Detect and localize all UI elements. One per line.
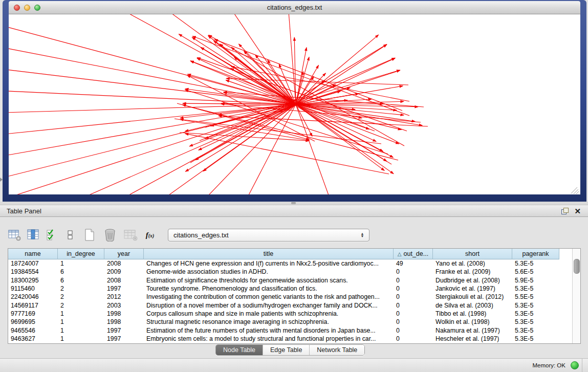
- cell-name[interactable]: 22420046: [8, 293, 58, 301]
- cell-title[interactable]: Estimation of the future numbers of pati…: [144, 326, 394, 334]
- cell-pagerank[interactable]: 5.3E-5: [512, 285, 559, 293]
- cell-short[interactable]: Franke et al. (2009): [433, 268, 512, 276]
- cell-title[interactable]: Disruption of a novel member of a sodium…: [144, 301, 394, 309]
- cell-short[interactable]: Wolkin et al. (1998): [433, 318, 512, 326]
- table-selector-dropdown[interactable]: citations_edges.txt ▲▼: [168, 229, 369, 242]
- cell-in_degree[interactable]: 1: [58, 318, 104, 326]
- cell-title[interactable]: Investigating the contribution of common…: [144, 293, 394, 301]
- table-settings-button[interactable]: [7, 227, 23, 243]
- cell-out_degree[interactable]: 0: [394, 326, 433, 334]
- network-svg[interactable]: [9, 14, 580, 194]
- panel-collapse-arrow[interactable]: [0, 178, 3, 182]
- cell-short[interactable]: de Silva et al. (2003): [433, 301, 512, 309]
- cell-name[interactable]: 9777169: [8, 310, 58, 318]
- cell-out_degree[interactable]: 0: [394, 301, 433, 309]
- cell-out_degree[interactable]: 0: [394, 335, 433, 343]
- cell-pagerank[interactable]: 5.3E-5: [512, 326, 559, 334]
- cell-short[interactable]: Stergiakouli et al. (2012): [433, 293, 512, 301]
- row-height-button[interactable]: [62, 227, 78, 243]
- cell-out_degree[interactable]: 0: [394, 285, 433, 293]
- network-view[interactable]: [9, 14, 580, 194]
- table-row[interactable]: 1938455462009Genome-wide association stu…: [8, 268, 580, 276]
- cell-in_degree[interactable]: 2: [58, 293, 104, 301]
- column-header-name[interactable]: name: [8, 249, 58, 259]
- column-header-pagerank[interactable]: pagerank: [512, 249, 559, 259]
- cell-pagerank[interactable]: 5.3E-5: [512, 335, 559, 343]
- window-titlebar[interactable]: citations_edges.txt: [9, 1, 580, 14]
- cell-out_degree[interactable]: 0: [394, 318, 433, 326]
- tab-network-table[interactable]: Network Table: [310, 345, 364, 355]
- cell-short[interactable]: Nakamura et al. (1997): [433, 326, 512, 334]
- float-window-icon[interactable]: [561, 208, 568, 214]
- cell-pagerank[interactable]: 5.9E-5: [512, 276, 559, 285]
- tab-edge-table[interactable]: Edge Table: [263, 345, 310, 355]
- cell-year[interactable]: 2003: [104, 301, 144, 309]
- tab-node-table[interactable]: Node Table: [216, 345, 263, 355]
- cell-name[interactable]: 14569117: [8, 301, 58, 309]
- cell-name[interactable]: 9465546: [8, 326, 58, 334]
- cell-title[interactable]: Changes of HCN gene expression and I(f) …: [144, 259, 394, 268]
- cell-year[interactable]: 1998: [104, 310, 144, 318]
- cell-out_degree[interactable]: 0: [394, 276, 433, 285]
- trash-button[interactable]: [101, 227, 119, 243]
- table-row[interactable]: 969969511998Structural magnetic resonanc…: [8, 318, 580, 326]
- cell-in_degree[interactable]: 6: [58, 276, 104, 285]
- table-row[interactable]: 2242004622012Investigating the contribut…: [8, 293, 580, 301]
- cell-name[interactable]: 18724007: [8, 259, 58, 268]
- cell-out_degree[interactable]: 0: [394, 268, 433, 276]
- cell-short[interactable]: Hescheler et al. (1997): [433, 335, 512, 343]
- cell-name[interactable]: 18300295: [8, 276, 58, 285]
- checkbox-list-button[interactable]: [44, 227, 59, 243]
- cell-year[interactable]: 2008: [104, 276, 144, 285]
- cell-in_degree[interactable]: 2: [58, 285, 104, 293]
- table-row[interactable]: 977716911998Corpus callosum shape and si…: [8, 310, 580, 318]
- cell-pagerank[interactable]: 5.3E-5: [512, 318, 559, 326]
- column-header-short[interactable]: short: [433, 249, 512, 259]
- cell-year[interactable]: 1998: [104, 318, 144, 326]
- cell-year[interactable]: 1997: [104, 335, 144, 343]
- cell-in_degree[interactable]: 1: [58, 259, 104, 268]
- table-row[interactable]: 911546021997Tourette syndrome. Phenomeno…: [8, 285, 580, 293]
- cell-title[interactable]: Corpus callosum shape and size in male p…: [144, 310, 394, 318]
- cell-name[interactable]: 9115460: [8, 285, 58, 293]
- cell-in_degree[interactable]: 6: [58, 268, 104, 276]
- cell-out_degree[interactable]: 49: [394, 259, 433, 268]
- column-header-year[interactable]: year: [104, 249, 144, 259]
- cell-name[interactable]: 19384554: [8, 268, 58, 276]
- cell-pagerank[interactable]: 5.6E-5: [512, 268, 559, 276]
- table-row[interactable]: 1456911722003Disruption of a novel membe…: [8, 301, 580, 309]
- column-header-out_degree[interactable]: △out_de...: [394, 249, 433, 259]
- close-panel-icon[interactable]: ✕: [574, 208, 581, 214]
- cell-year[interactable]: 2009: [104, 268, 144, 276]
- cell-year[interactable]: 2012: [104, 293, 144, 301]
- cell-short[interactable]: Yano et al. (2008): [433, 259, 512, 268]
- cell-name[interactable]: 9463627: [8, 335, 58, 343]
- cell-out_degree[interactable]: 0: [394, 293, 433, 301]
- cell-short[interactable]: Jankovic et al. (1997): [433, 285, 512, 293]
- cell-short[interactable]: Dudbridge et al. (2008): [433, 276, 512, 285]
- cell-short[interactable]: Tibbo et al. (1998): [433, 310, 512, 318]
- cell-pagerank[interactable]: 5.3E-5: [512, 259, 559, 268]
- select-column-button[interactable]: [26, 227, 41, 243]
- cell-title[interactable]: Estimation of significance thresholds fo…: [144, 276, 394, 285]
- column-header-in_degree[interactable]: in_degree: [58, 249, 104, 259]
- cell-in_degree[interactable]: 2: [58, 301, 104, 309]
- table-row[interactable]: 1830029562008Estimation of significance …: [8, 276, 580, 285]
- cell-in_degree[interactable]: 1: [58, 310, 104, 318]
- cell-year[interactable]: 2008: [104, 259, 144, 268]
- cell-in_degree[interactable]: 1: [58, 335, 104, 343]
- cell-pagerank[interactable]: 5.3E-5: [512, 301, 559, 309]
- function-builder-button[interactable]: f(x): [142, 227, 158, 243]
- new-document-button[interactable]: [81, 227, 98, 243]
- cell-pagerank[interactable]: 5.3E-5: [512, 310, 559, 318]
- cell-title[interactable]: Tourette syndrome. Phenomenology and cla…: [144, 285, 394, 293]
- delete-table-button-disabled[interactable]: [122, 227, 139, 243]
- table-row[interactable]: 946362711997Embryonic stem cells: a mode…: [8, 335, 580, 343]
- scrollbar-thumb[interactable]: [574, 259, 580, 274]
- cell-name[interactable]: 9699695: [8, 318, 58, 326]
- cell-title[interactable]: Embryonic stem cells: a model to study s…: [144, 335, 394, 343]
- table-row[interactable]: 946554611997Estimation of the future num…: [8, 326, 580, 334]
- cell-year[interactable]: 1997: [104, 326, 144, 334]
- cell-year[interactable]: 1997: [104, 285, 144, 293]
- vertical-scrollbar[interactable]: [572, 249, 580, 343]
